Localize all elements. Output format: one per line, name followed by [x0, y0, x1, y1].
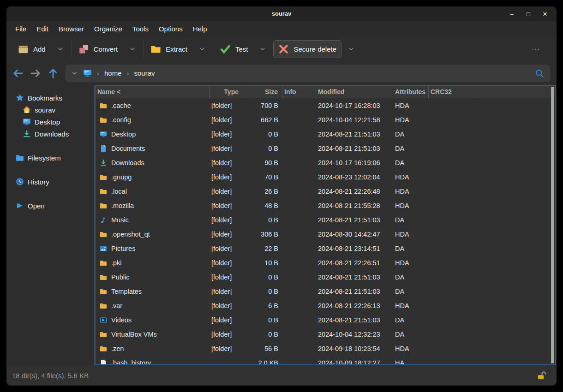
toolbar-overflow-button[interactable]: ⋯ [532, 44, 557, 54]
file-icon [100, 288, 107, 295]
chevron-down-icon[interactable] [129, 46, 136, 52]
breadcrumb-dropdown-icon[interactable] [72, 70, 78, 76]
menu-item[interactable]: Options [154, 21, 188, 37]
table-row[interactable]: VirtualBox VMs [folder] 0 B 2024-10-04 1… [96, 327, 555, 341]
table-row[interactable]: .bash_history 2.0 KB 2024-10-09 18:12:27… [96, 356, 555, 364]
column-header[interactable]: CRC32 [429, 86, 476, 98]
sidebar-item[interactable]: History [6, 176, 94, 188]
chevron-down-icon[interactable] [199, 46, 205, 52]
table-row[interactable]: Desktop [folder] 0 B 2024-08-21 21:51:03… [96, 127, 555, 141]
toolbar-button[interactable]: Extract [145, 40, 192, 58]
column-header[interactable] [476, 86, 555, 98]
table-header: Name < Type Size Info Modified Attribute… [96, 86, 555, 98]
sidebar-item[interactable]: Desktop [6, 116, 94, 128]
chevron-down-icon[interactable] [57, 46, 64, 52]
file-icon [100, 216, 107, 224]
cell-size: 26 B [243, 188, 282, 195]
forward-button[interactable] [27, 65, 44, 82]
menu-item[interactable]: File [10, 21, 31, 37]
computer-icon[interactable] [83, 69, 92, 77]
cell-attributes: DA [393, 288, 429, 295]
file-icon [100, 102, 107, 109]
search-icon[interactable] [535, 69, 544, 78]
table-row[interactable]: Public [folder] 0 B 2024-08-21 21:51:03 … [96, 270, 555, 284]
menu-item[interactable]: Help [188, 21, 212, 37]
cell-name: .gnupg [96, 173, 210, 181]
menu-item[interactable]: Browser [54, 21, 89, 37]
table-row[interactable]: .openshot_qt [folder] 306 B 2024-08-30 1… [96, 227, 555, 241]
cell-attributes: DA [393, 131, 429, 138]
cell-type: [folder] [210, 145, 243, 152]
column-header[interactable]: Modified [316, 86, 393, 98]
column-header[interactable]: Name < [96, 86, 210, 98]
sidebar-item[interactable]: Filesystem [6, 152, 94, 164]
menu-item[interactable]: Edit [31, 21, 54, 37]
cell-name: .config [96, 116, 210, 124]
breadcrumb[interactable]: › home › sourav [66, 65, 550, 82]
maximize-button[interactable]: □ [523, 9, 533, 19]
cell-modified: 2024-08-21 22:26:13 [316, 302, 393, 309]
sidebar-item-label: History [28, 178, 49, 186]
cell-size: 700 B [243, 102, 282, 109]
table-row[interactable]: .cache [folder] 700 B 2024-10-17 16:28:0… [96, 98, 555, 113]
column-header[interactable]: Info [282, 86, 316, 98]
table-row[interactable]: .mozilla [folder] 48 B 2024-08-21 21:55:… [96, 198, 555, 213]
table-row[interactable]: Templates [folder] 0 B 2024-08-21 21:51:… [96, 284, 555, 298]
table-row[interactable]: Downloads [folder] 90 B 2024-10-17 16:19… [96, 155, 555, 170]
toolbar-button[interactable]: Test [215, 40, 253, 58]
cell-modified: 2024-08-21 21:51:03 [316, 316, 393, 324]
cell-type: [folder] [210, 288, 243, 295]
sidebar-item[interactable]: sourav [6, 104, 94, 116]
close-button[interactable]: ✕ [540, 9, 550, 19]
table-row[interactable]: Videos [folder] 0 B 2024-08-21 21:51:03 … [96, 313, 555, 327]
toolbar-button-icon [78, 44, 89, 54]
window-controls: – □ ✕ [507, 6, 550, 21]
lock-open-icon[interactable] [537, 371, 546, 380]
sidebar-item[interactable]: Downloads [6, 128, 94, 140]
table-row[interactable]: .local [folder] 26 B 2024-08-21 22:26:48… [96, 184, 555, 198]
column-header[interactable]: Attributes [393, 86, 429, 98]
sidebar-item[interactable]: Bookmarks [6, 92, 94, 104]
menu-item[interactable]: Tools [127, 21, 154, 37]
file-icon [100, 302, 107, 309]
cell-type: [folder] [210, 102, 243, 109]
column-header[interactable]: Size [243, 86, 282, 98]
toolbar-button[interactable]: Secure delete [273, 40, 341, 58]
toolbar-button-label: Add [33, 45, 46, 53]
cell-modified: 2024-09-18 10:23:54 [316, 345, 393, 352]
breadcrumb-segment-sourav[interactable]: sourav [134, 69, 155, 77]
toolbar-button[interactable]: Add [13, 40, 51, 58]
minimize-button[interactable]: – [507, 9, 517, 19]
file-name: .openshot_qt [111, 231, 150, 238]
table-row[interactable]: .config [folder] 662 B 2024-10-04 12:21:… [96, 113, 555, 127]
menu-item[interactable]: Organize [89, 21, 127, 37]
table-row[interactable]: .var [folder] 6 B 2024-08-21 22:26:13 HD… [96, 298, 555, 313]
file-name: Downloads [111, 159, 144, 166]
table-row[interactable]: Pictures [folder] 22 B 2024-08-21 23:14:… [96, 241, 555, 255]
cell-modified: 2024-10-17 16:28:03 [316, 102, 393, 109]
chevron-down-icon[interactable] [348, 46, 354, 52]
breadcrumb-segment-home[interactable]: home [104, 69, 122, 77]
chevron-down-icon[interactable] [259, 46, 266, 52]
table-row[interactable]: Documents [folder] 0 B 2024-08-21 21:51:… [96, 141, 555, 155]
sidebar-item[interactable]: Open [6, 200, 94, 212]
window-title: sourav [6, 6, 557, 21]
vertical-scrollbar[interactable] [551, 87, 554, 363]
table-row[interactable]: Music [folder] 0 B 2024-08-21 21:51:03 D… [96, 213, 555, 227]
cell-size: 306 B [243, 231, 282, 238]
table-row[interactable]: .pki [folder] 10 B 2024-08-21 22:26:51 H… [96, 255, 555, 270]
toolbar-separator [143, 41, 144, 57]
up-button[interactable] [44, 65, 62, 82]
file-icon [100, 259, 107, 267]
toolbar-button-label: Secure delete [293, 45, 336, 53]
toolbar-button[interactable]: Convert [73, 40, 123, 58]
cell-modified: 2024-08-21 22:26:51 [316, 259, 393, 267]
column-header[interactable]: Type [210, 86, 243, 98]
cell-modified: 2024-08-30 14:42:47 [316, 231, 393, 238]
back-button[interactable] [9, 65, 27, 82]
table-row[interactable]: .gnupg [folder] 70 B 2024-08-23 12:02:04… [96, 170, 555, 184]
file-icon [100, 273, 107, 281]
cell-size: 48 B [243, 202, 282, 209]
cell-attributes: HDA [393, 202, 429, 209]
table-row[interactable]: .zen [folder] 56 B 2024-09-18 10:23:54 H… [96, 341, 555, 356]
